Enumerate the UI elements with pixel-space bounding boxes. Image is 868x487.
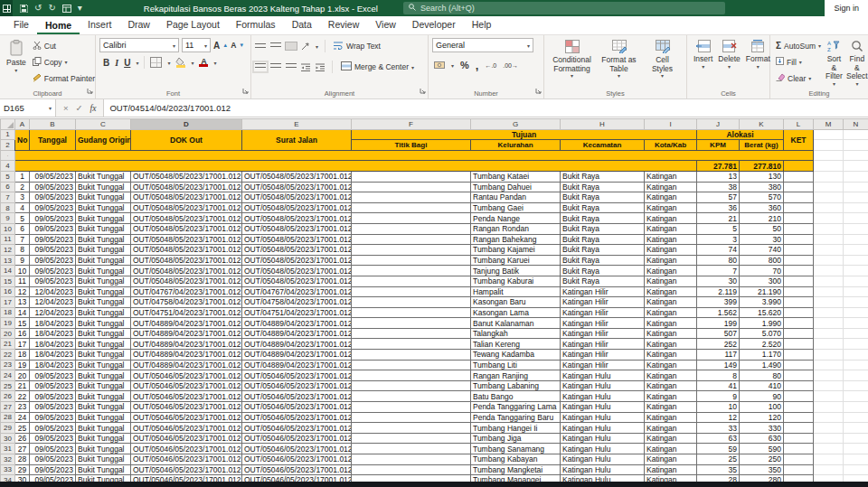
cell-berat[interactable]: 80 <box>740 370 784 381</box>
cell-kpm[interactable]: 252 <box>697 339 740 350</box>
cell-empty[interactable] <box>814 171 844 182</box>
cell-no[interactable]: 26 <box>15 433 30 444</box>
cell-gudang-origin[interactable]: Bukit Tunggal <box>76 276 131 286</box>
cell-berat[interactable]: 570 <box>740 192 784 203</box>
cell-gudang-origin[interactable]: Bukit Tunggal <box>76 182 131 192</box>
cell-kelurahan[interactable]: Tumbang Sanamang <box>471 444 561 454</box>
cell-surat-jalan[interactable]: OUT/04889/04/2023/17001.012 <box>242 328 352 339</box>
cell-gudang-origin[interactable]: Bukit Tunggal <box>76 370 131 381</box>
cell-empty[interactable] <box>844 380 868 391</box>
cell-kpm[interactable]: 36 <box>697 202 740 213</box>
percent-style-icon[interactable]: % <box>460 60 469 70</box>
cell-empty[interactable] <box>814 380 844 391</box>
cell-kecamatan[interactable]: Bukit Raya <box>561 202 645 213</box>
tab-data[interactable]: Data <box>284 16 320 34</box>
formula-input[interactable]: OUT/04514/04/2023/17001.012 <box>104 99 868 117</box>
cell-kota-kab[interactable]: Katingan <box>645 307 697 318</box>
cell-kelurahan[interactable]: Tumbang Mangketai <box>471 464 561 475</box>
cell-kelurahan[interactable]: Talian Kereng <box>471 339 561 350</box>
cell-gudang-origin[interactable]: Bukit Tunggal <box>76 223 131 234</box>
cell-kecamatan[interactable]: Bukit Raya <box>561 192 645 203</box>
cell-empty[interactable] <box>814 245 844 256</box>
cell-kota-kab[interactable]: Katingan <box>645 454 697 465</box>
cell-no[interactable]: 14 <box>15 307 30 318</box>
cell-kecamatan[interactable]: Bukit Raya <box>561 234 645 245</box>
cell-kelurahan[interactable]: Tanjung Batik <box>471 266 561 276</box>
insert-function-icon[interactable]: fx <box>90 104 97 113</box>
cell-dok-out[interactable]: OUT/05048/05/2023/17001.012 <box>131 255 242 266</box>
column-header-K[interactable]: K <box>740 119 784 130</box>
cell-ket[interactable] <box>784 266 814 276</box>
cell-dok-out[interactable]: OUT/04889/04/2023/17001.012 <box>131 360 242 370</box>
cell-no[interactable]: 21 <box>15 380 30 391</box>
cell-empty[interactable] <box>814 370 844 381</box>
header-kecamatan[interactable]: Kecamatan <box>561 140 645 151</box>
cell-surat-jalan[interactable]: OUT/05046/05/2023/17001.012 <box>242 402 352 413</box>
cell-empty[interactable] <box>814 307 844 318</box>
cell-surat-jalan[interactable]: OUT/04889/04/2023/17001.012 <box>242 339 352 350</box>
cell-gudang-origin[interactable]: Bukit Tunggal <box>76 297 131 308</box>
cell-berat[interactable]: 410 <box>740 380 784 391</box>
touch-mode-icon[interactable] <box>62 5 71 13</box>
cell-dok-out[interactable]: OUT/04889/04/2023/17001.012 <box>131 328 242 339</box>
tab-formulas[interactable]: Formulas <box>228 16 284 34</box>
row-number[interactable]: 11 <box>1 234 15 245</box>
cell-kecamatan[interactable]: Katingan Hulu <box>561 464 645 475</box>
column-header-G[interactable]: G <box>471 119 561 130</box>
row-number[interactable]: 26 <box>1 391 15 402</box>
cell-titik-bagi[interactable] <box>352 266 471 276</box>
cell-kota-kab[interactable]: Katingan <box>645 350 697 361</box>
cell-no[interactable]: 22 <box>15 391 30 402</box>
cell-empty[interactable] <box>844 307 868 318</box>
tab-home[interactable]: Home <box>37 17 80 35</box>
cell-styles-button[interactable]: Cell Styles▾ <box>643 38 683 87</box>
cell-kelurahan[interactable]: Penda Tanggaring Baru <box>471 412 561 423</box>
redo-icon[interactable]: ↻ <box>48 0 55 16</box>
cell-empty[interactable] <box>844 182 868 192</box>
cell-titik-bagi[interactable] <box>352 276 471 286</box>
font-name-select[interactable]: Calibri▾ <box>99 38 179 52</box>
cell-dok-out[interactable]: OUT/04889/04/2023/17001.012 <box>131 350 242 361</box>
cell-tanggal[interactable]: 12/04/2023 <box>30 286 76 297</box>
cell-empty[interactable] <box>844 202 868 213</box>
cell-ket[interactable] <box>784 402 814 413</box>
tab-help[interactable]: Help <box>464 16 500 34</box>
cell-dok-out[interactable]: OUT/05048/05/2023/17001.012 <box>131 234 242 245</box>
cell-ket[interactable] <box>784 307 814 318</box>
accounting-format-icon[interactable] <box>434 57 445 73</box>
cell-gudang-origin[interactable]: Bukit Tunggal <box>76 318 131 329</box>
cell-no[interactable]: 8 <box>15 245 30 256</box>
column-header-H[interactable]: H <box>561 119 645 130</box>
tab-developer[interactable]: Developer <box>404 16 464 34</box>
cell-titik-bagi[interactable] <box>352 423 471 434</box>
cell-kelurahan[interactable]: Rantau Pandan <box>471 192 561 203</box>
header-dok-out[interactable]: DOK Out <box>131 129 242 150</box>
font-dialog-launcher-icon[interactable] <box>242 81 249 98</box>
cell-empty[interactable] <box>844 245 868 256</box>
cell-kota-kab[interactable]: Katingan <box>645 192 697 203</box>
cell-kecamatan[interactable]: Katingan Hilir <box>561 297 645 308</box>
cell-empty[interactable] <box>814 444 844 454</box>
cell-kelurahan[interactable]: Kasongan Lama <box>471 307 561 318</box>
cell-ket[interactable] <box>784 245 814 256</box>
tab-page-layout[interactable]: Page Layout <box>158 16 228 34</box>
cell-surat-jalan[interactable]: OUT/05048/05/2023/17001.012 <box>242 182 352 192</box>
increase-decimal-icon[interactable]: ←.0 <box>485 62 496 69</box>
cell-dok-out[interactable]: OUT/05048/05/2023/17001.012 <box>131 276 242 286</box>
cell-kecamatan[interactable]: Katingan Hulu <box>561 454 645 465</box>
cell-gudang-origin[interactable]: Bukit Tunggal <box>76 234 131 245</box>
enter-icon[interactable]: ✓ <box>76 103 83 113</box>
cell-kelurahan[interactable]: Batu Bango <box>471 391 561 402</box>
clipboard-dialog-launcher-icon[interactable] <box>87 81 93 98</box>
cell-empty[interactable] <box>844 297 868 308</box>
row-number[interactable]: 15 <box>1 276 15 286</box>
cell-titik-bagi[interactable] <box>352 380 471 391</box>
cell-gudang-origin[interactable]: Bukit Tunggal <box>76 360 131 370</box>
column-header-D[interactable]: D <box>131 119 242 130</box>
row-number[interactable]: 32 <box>1 454 15 465</box>
cell-kelurahan[interactable]: Tumbang Dahuei <box>471 182 561 192</box>
cell-tanggal[interactable]: 09/05/2023 <box>30 454 76 465</box>
cell-kpm[interactable]: 63 <box>697 433 740 444</box>
cell-empty[interactable] <box>844 464 868 475</box>
row-number[interactable]: 16 <box>1 286 15 297</box>
